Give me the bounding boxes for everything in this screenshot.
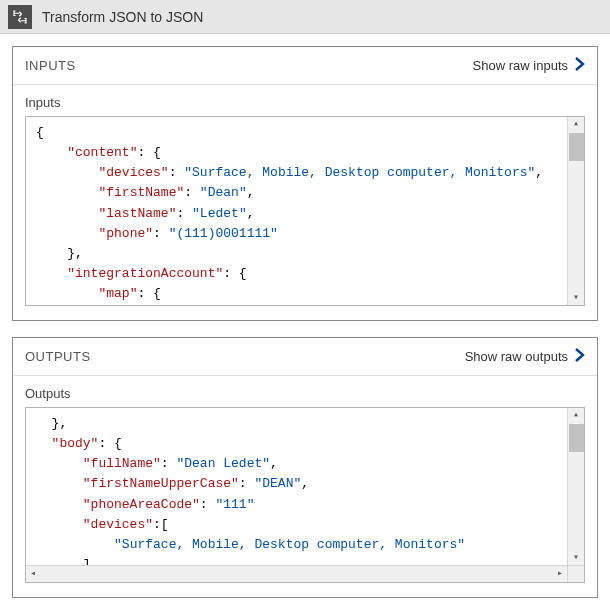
inputs-code-content: { "content": { "devices": "Surface, Mobi…: [26, 117, 584, 305]
inputs-lastname-value: "Ledet": [192, 206, 247, 221]
outputs-code-content: }, "body": { "fullName": "Dean Ledet", "…: [26, 408, 584, 566]
outputs-header-title: OUTPUTS: [25, 349, 91, 364]
outputs-vertical-scrollbar[interactable]: ▴ ▾: [567, 408, 584, 565]
outputs-areacode-value: "111": [215, 497, 254, 512]
inputs-panel: INPUTS Show raw inputs Inputs { "content…: [12, 46, 598, 321]
scrollbar-corner: [567, 565, 584, 582]
scroll-up-icon[interactable]: ▴: [573, 408, 579, 422]
show-raw-inputs-label: Show raw inputs: [473, 58, 568, 73]
inputs-devices-value: "Surface, Mobile, Desktop computer, Moni…: [184, 165, 535, 180]
inputs-code-box[interactable]: { "content": { "devices": "Surface, Mobi…: [25, 116, 585, 306]
scrollbar-thumb[interactable]: [569, 424, 584, 452]
outputs-code-box[interactable]: }, "body": { "fullName": "Dean Ledet", "…: [25, 407, 585, 583]
scrollbar-thumb[interactable]: [569, 133, 584, 161]
inputs-vertical-scrollbar[interactable]: ▴ ▾: [567, 117, 584, 305]
show-raw-inputs-link[interactable]: Show raw inputs: [473, 57, 585, 74]
outputs-upper-value: "DEAN": [254, 476, 301, 491]
chevron-right-icon: [574, 57, 585, 74]
outputs-fullname-value: "Dean Ledet": [176, 456, 270, 471]
show-raw-outputs-link[interactable]: Show raw outputs: [465, 348, 585, 365]
outputs-panel: OUTPUTS Show raw outputs Outputs }, "bod…: [12, 337, 598, 598]
inputs-phone-value: "(111)0001111": [169, 226, 278, 241]
outputs-horizontal-scrollbar[interactable]: ◂ ▸: [26, 565, 567, 582]
scroll-down-icon[interactable]: ▾: [573, 291, 579, 305]
page-title: Transform JSON to JSON: [42, 9, 203, 25]
scroll-right-icon[interactable]: ▸: [553, 566, 567, 582]
chevron-right-icon: [574, 348, 585, 365]
inputs-header-title: INPUTS: [25, 58, 76, 73]
outputs-panel-body: Outputs }, "body": { "fullName": "Dean L…: [13, 376, 597, 597]
show-raw-outputs-label: Show raw outputs: [465, 349, 568, 364]
inputs-panel-header: INPUTS Show raw inputs: [13, 47, 597, 85]
scroll-down-icon[interactable]: ▾: [573, 551, 579, 565]
outputs-sublabel: Outputs: [25, 386, 585, 401]
inputs-panel-body: Inputs { "content": { "devices": "Surfac…: [13, 85, 597, 320]
inputs-sublabel: Inputs: [25, 95, 585, 110]
outputs-devices-value: "Surface, Mobile, Desktop computer, Moni…: [114, 537, 465, 552]
outputs-panel-header: OUTPUTS Show raw outputs: [13, 338, 597, 376]
scroll-left-icon[interactable]: ◂: [26, 566, 40, 582]
transform-icon: [8, 5, 32, 29]
scroll-up-icon[interactable]: ▴: [573, 117, 579, 131]
inputs-firstname-value: "Dean": [200, 185, 247, 200]
panels-container: INPUTS Show raw inputs Inputs { "content…: [0, 34, 610, 610]
title-bar: Transform JSON to JSON: [0, 0, 610, 34]
